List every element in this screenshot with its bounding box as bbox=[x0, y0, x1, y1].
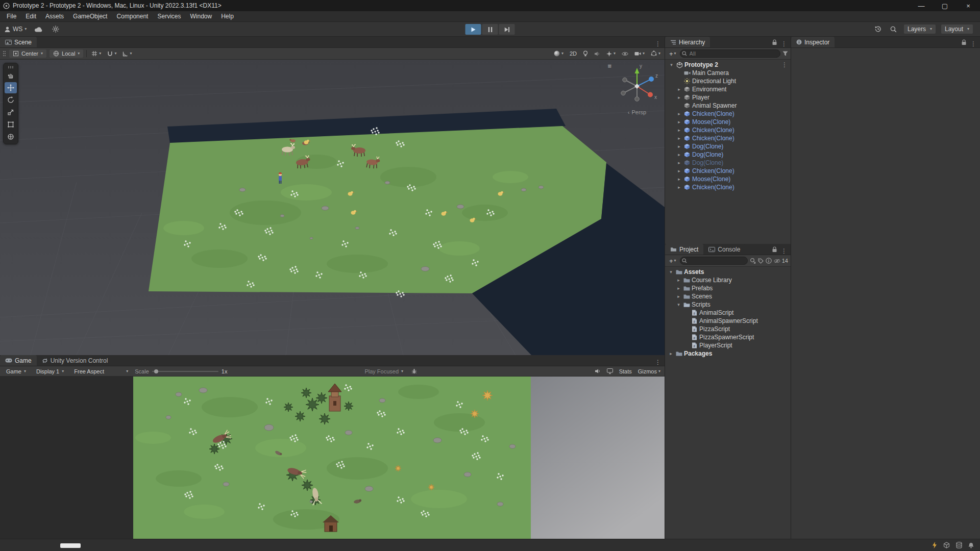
expand-arrow-icon[interactable]: ▸ bbox=[676, 294, 681, 299]
expand-arrow-icon[interactable]: ▸ bbox=[676, 160, 682, 165]
lock-icon[interactable] bbox=[961, 39, 967, 45]
menu-component[interactable]: Component bbox=[112, 12, 153, 21]
close-button[interactable]: × bbox=[957, 0, 980, 11]
rock[interactable] bbox=[497, 502, 503, 506]
projection-toggle[interactable]: ‹ Persp bbox=[612, 109, 662, 115]
rock[interactable] bbox=[239, 188, 246, 192]
project-item[interactable]: #PizzaScript bbox=[665, 325, 791, 333]
hierarchy-item[interactable]: Animal Spawner bbox=[665, 102, 791, 110]
maximize-button[interactable]: ▢ bbox=[933, 0, 957, 11]
rect-tool-button[interactable] bbox=[5, 119, 17, 130]
create-asset-button[interactable]: +▾ bbox=[668, 257, 678, 265]
expand-arrow-icon[interactable]: ▸ bbox=[676, 87, 682, 92]
lock-icon[interactable] bbox=[772, 246, 777, 253]
2d-toggle-button[interactable]: 2D bbox=[568, 50, 578, 57]
hierarchy-item[interactable]: ▸Moose(Clone) bbox=[665, 118, 791, 126]
rock[interactable] bbox=[538, 186, 544, 189]
create-object-button[interactable]: +▾ bbox=[668, 49, 678, 58]
scene-overlay-menu-icon[interactable]: ≡ bbox=[607, 63, 611, 69]
rock[interactable] bbox=[385, 181, 390, 184]
hierarchy-item[interactable]: ▸Chicken(Clone) bbox=[665, 126, 791, 134]
play-button[interactable] bbox=[465, 24, 481, 35]
rock[interactable] bbox=[310, 237, 313, 239]
tab-hierarchy[interactable]: Hierarchy bbox=[665, 37, 710, 47]
hierarchy-item[interactable]: ▸Dog(Clone) bbox=[665, 142, 791, 151]
tab-inspector[interactable]: Inspector bbox=[791, 37, 835, 47]
expand-arrow-icon[interactable]: ▾ bbox=[676, 302, 681, 307]
expand-arrow-icon[interactable]: ▸ bbox=[676, 95, 682, 100]
game-viewport[interactable] bbox=[0, 377, 665, 539]
menu-gameobject[interactable]: GameObject bbox=[68, 12, 112, 21]
tree[interactable] bbox=[302, 480, 313, 491]
tree[interactable] bbox=[284, 403, 293, 412]
vsync-toggle[interactable] bbox=[605, 368, 615, 374]
snap-settings-dropdown[interactable]: ▾ bbox=[106, 51, 118, 57]
expand-arrow-icon[interactable]: ▾ bbox=[668, 269, 674, 274]
display-dropdown[interactable]: Display 1▾ bbox=[33, 367, 67, 375]
orientation-gizmo[interactable]: y z x ‹ Persp bbox=[612, 61, 662, 115]
project-item[interactable]: ▾Assets bbox=[665, 268, 791, 276]
expand-arrow-icon[interactable]: ▸ bbox=[668, 351, 674, 356]
scene-viewport-area[interactable]: ≡ y z x ‹ Persp bbox=[0, 60, 665, 355]
effects-dropdown[interactable]: ▾ bbox=[605, 51, 617, 57]
tools-overlay-handle[interactable] bbox=[8, 65, 14, 69]
menu-edit[interactable]: Edit bbox=[21, 12, 41, 21]
expand-arrow-icon[interactable]: ▸ bbox=[676, 152, 682, 157]
rock[interactable] bbox=[166, 416, 171, 419]
expand-arrow-icon[interactable]: ▾ bbox=[669, 62, 674, 67]
scene-viewport[interactable] bbox=[0, 60, 665, 355]
panel-splitter[interactable] bbox=[665, 37, 665, 539]
tree[interactable] bbox=[301, 388, 311, 398]
hierarchy-item[interactable]: ▸Moose(Clone) bbox=[665, 175, 791, 183]
expand-arrow-icon[interactable]: ▸ bbox=[676, 185, 682, 190]
tree[interactable] bbox=[306, 398, 319, 411]
overlay-drag-handle-icon[interactable] bbox=[3, 51, 6, 57]
game-panel-menu-icon[interactable]: ⋮ bbox=[651, 359, 665, 366]
global-search-button[interactable] bbox=[889, 26, 898, 33]
tree[interactable] bbox=[295, 411, 305, 421]
hierarchy-scene-row[interactable]: ▾ Prototype 2 ⋮ bbox=[665, 61, 791, 69]
project-panel-menu-icon[interactable]: ⋮ bbox=[777, 247, 791, 255]
layers-dropdown[interactable]: Layers ▾ bbox=[904, 24, 936, 34]
rock[interactable] bbox=[199, 388, 207, 393]
orientation-dropdown[interactable]: Local ▾ bbox=[50, 49, 83, 58]
hidden-count-badge[interactable]: 14 bbox=[774, 258, 788, 264]
grid-visibility-dropdown[interactable]: ▾ bbox=[90, 50, 103, 57]
scene-row-menu-icon[interactable]: ⋮ bbox=[780, 61, 789, 68]
open-in-search-icon[interactable] bbox=[750, 258, 756, 264]
rock[interactable] bbox=[223, 482, 229, 486]
project-item[interactable]: #PizzaSpawnerScript bbox=[665, 333, 791, 341]
filter-icon[interactable] bbox=[782, 51, 788, 56]
rock[interactable] bbox=[421, 267, 429, 271]
game-viewport-area[interactable] bbox=[0, 377, 665, 539]
minimize-button[interactable]: — bbox=[910, 0, 933, 11]
rock[interactable] bbox=[176, 392, 182, 396]
menu-help[interactable]: Help bbox=[216, 12, 238, 21]
game-gizmos-dropdown[interactable]: Gizmos▾ bbox=[636, 368, 662, 375]
hierarchy-item[interactable]: ▸Dog(Clone) bbox=[665, 151, 791, 159]
hierarchy-item[interactable]: ▸Chicken(Clone) bbox=[665, 134, 791, 142]
expand-arrow-icon[interactable]: ▸ bbox=[676, 136, 682, 141]
rock[interactable] bbox=[521, 188, 526, 191]
tab-unity-version-control[interactable]: Unity Version Control bbox=[37, 355, 113, 366]
project-item[interactable]: ▸Prefabs bbox=[665, 284, 791, 292]
cache-server-icon[interactable] bbox=[956, 542, 962, 548]
scene-lighting-toggle[interactable] bbox=[581, 50, 590, 57]
project-search-input[interactable] bbox=[680, 257, 748, 265]
project-item[interactable]: #AnimalSpawnerScript bbox=[665, 317, 791, 325]
step-button[interactable] bbox=[499, 24, 515, 35]
project-item[interactable]: ▸Course Library bbox=[665, 276, 791, 284]
menu-assets[interactable]: Assets bbox=[41, 12, 68, 21]
expand-arrow-icon[interactable]: ▸ bbox=[676, 119, 682, 124]
notifications-icon[interactable] bbox=[968, 542, 974, 548]
rock[interactable] bbox=[280, 215, 284, 217]
rock[interactable] bbox=[509, 444, 516, 448]
expand-arrow-icon[interactable]: ▸ bbox=[676, 128, 682, 133]
project-item[interactable]: ▸Packages bbox=[665, 349, 791, 358]
project-item[interactable]: ▸Scenes bbox=[665, 292, 791, 300]
tree[interactable] bbox=[316, 392, 327, 404]
undo-history-button[interactable] bbox=[873, 25, 883, 33]
scene-visibility-toggle[interactable] bbox=[620, 51, 630, 57]
rock[interactable] bbox=[345, 431, 352, 435]
expand-arrow-icon[interactable]: ▸ bbox=[676, 286, 681, 291]
